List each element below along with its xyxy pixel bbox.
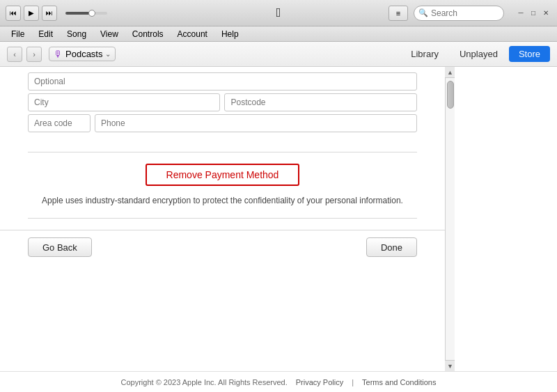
scrollbar: ▲ ▼ — [445, 67, 455, 371]
menu-file[interactable]: File — [6, 28, 30, 40]
nav-tabs: Library Unplayed Store — [401, 46, 550, 62]
footer-terms-link[interactable]: Terms and Conditions — [362, 378, 436, 386]
menu-bar: File Edit Song View Controls Account Hel… — [0, 26, 557, 42]
back-arrow[interactable]: ‹ — [7, 47, 22, 62]
city-input[interactable] — [28, 93, 220, 111]
nav-bar: ‹ › 🎙 Podcasts ⌄ Library Unplayed Store — [0, 42, 557, 67]
tab-unplayed[interactable]: Unplayed — [450, 46, 508, 62]
maximize-button[interactable]: □ — [528, 8, 539, 18]
window-controls: ─ □ ✕ — [515, 8, 551, 18]
volume-slider[interactable] — [65, 12, 107, 15]
remove-btn-wrapper: Remove Payment Method — [0, 164, 445, 186]
search-icon: 🔍 — [418, 8, 428, 17]
menu-account[interactable]: Account — [172, 28, 213, 40]
minimize-button[interactable]: ─ — [515, 8, 526, 18]
rewind-button[interactable]: ⏮ — [6, 6, 21, 21]
area-code-input[interactable] — [28, 114, 91, 132]
footer-separator: | — [352, 378, 354, 386]
done-button[interactable]: Done — [366, 237, 417, 257]
notice-text: Apple uses industry-standard encryption … — [0, 194, 445, 207]
optional-input[interactable] — [28, 72, 417, 91]
menu-view[interactable]: View — [95, 28, 124, 40]
close-button[interactable]: ✕ — [540, 8, 551, 18]
volume-knob[interactable] — [88, 10, 95, 17]
city-postcode-row — [28, 93, 417, 111]
apple-logo:  — [276, 6, 281, 20]
menu-song[interactable]: Song — [61, 28, 92, 40]
inner-content: Remove Payment Method Apple uses industr… — [0, 67, 445, 371]
scroll-track[interactable] — [446, 78, 455, 360]
play-button[interactable]: ▶ — [24, 6, 39, 21]
volume-track — [65, 12, 107, 15]
phone-input[interactable] — [95, 114, 417, 132]
footer-privacy-link[interactable]: Privacy Policy — [296, 378, 343, 386]
fastforward-button[interactable]: ⏭ — [42, 6, 57, 21]
action-bar: Go Back Done — [0, 230, 445, 264]
footer: Copyright © 2023 Apple Inc. All Rights R… — [0, 371, 557, 392]
divider-bottom — [28, 218, 417, 219]
list-view-icon[interactable]: ≡ — [389, 6, 408, 21]
main-content: Remove Payment Method Apple uses industr… — [0, 67, 557, 371]
tab-library[interactable]: Library — [401, 46, 448, 62]
tab-store[interactable]: Store — [509, 46, 550, 62]
dropdown-icon: ⌄ — [105, 50, 111, 58]
search-area: ≡ 🔍 ─ □ ✕ — [389, 6, 551, 21]
search-wrapper: 🔍 — [414, 6, 504, 21]
go-back-button[interactable]: Go Back — [28, 237, 92, 257]
menu-controls[interactable]: Controls — [127, 28, 169, 40]
remove-payment-button[interactable]: Remove Payment Method — [146, 164, 300, 186]
scroll-up-arrow[interactable]: ▲ — [445, 67, 455, 78]
divider-top — [28, 152, 417, 152]
scroll-down-arrow[interactable]: ▼ — [445, 360, 455, 371]
podcast-label: Podcasts — [65, 49, 102, 59]
title-bar: ⏮ ▶ ⏭  ≡ 🔍 ─ □ ✕ — [0, 0, 557, 26]
podcast-selector[interactable]: 🎙 Podcasts ⌄ — [49, 47, 116, 61]
menu-edit[interactable]: Edit — [33, 28, 58, 40]
phone-row — [28, 114, 417, 132]
menu-help[interactable]: Help — [216, 28, 244, 40]
content-scroll-area: Remove Payment Method Apple uses industr… — [0, 67, 455, 371]
forward-arrow[interactable]: › — [26, 47, 42, 62]
form-section — [0, 67, 445, 141]
footer-copyright: Copyright © 2023 Apple Inc. All Rights R… — [121, 378, 288, 386]
podcast-icon: 🎙 — [54, 49, 63, 59]
postcode-input[interactable] — [224, 93, 416, 111]
scroll-thumb[interactable] — [447, 81, 454, 109]
playback-controls: ⏮ ▶ ⏭ — [6, 6, 107, 21]
